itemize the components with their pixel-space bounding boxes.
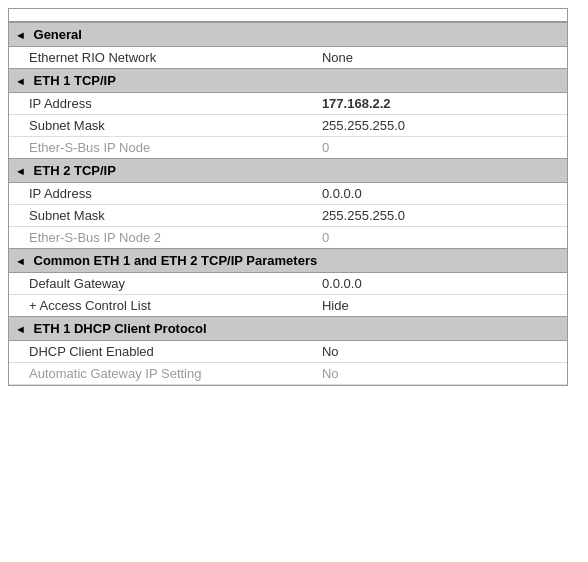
property-label: DHCP Client Enabled xyxy=(9,341,316,363)
property-value[interactable]: Hide xyxy=(316,295,567,317)
table-row: + Access Control List Hide xyxy=(9,295,567,317)
table-row: Ether-S-Bus IP Node 2 0 xyxy=(9,227,567,249)
property-value[interactable]: 255.255.255.0 xyxy=(316,205,567,227)
property-value: No xyxy=(316,363,567,385)
property-value: 0 xyxy=(316,227,567,249)
section-header-eth1-dhcp[interactable]: ◄ ETH 1 DHCP Client Protocol xyxy=(9,317,567,341)
section-label: ETH 1 DHCP Client Protocol xyxy=(34,321,207,336)
table-row: IP Address 177.168.2.2 xyxy=(9,93,567,115)
property-label: Ethernet RIO Network xyxy=(9,47,316,69)
table-row: IP Address 0.0.0.0 xyxy=(9,183,567,205)
property-value: 0 xyxy=(316,137,567,159)
table-row: Ether-S-Bus IP Node 0 xyxy=(9,137,567,159)
property-label: Default Gateway xyxy=(9,273,316,295)
property-label: IP Address xyxy=(9,183,316,205)
collapse-icon: ◄ xyxy=(15,255,26,267)
property-value[interactable]: 0.0.0.0 xyxy=(316,273,567,295)
property-label: Subnet Mask xyxy=(9,205,316,227)
table-row: DHCP Client Enabled No xyxy=(9,341,567,363)
property-label: Ether-S-Bus IP Node xyxy=(9,137,316,159)
section-header-eth1-tcpip[interactable]: ◄ ETH 1 TCP/IP xyxy=(9,69,567,93)
table-row: Subnet Mask 255.255.255.0 xyxy=(9,115,567,137)
section-header-eth2-tcpip[interactable]: ◄ ETH 2 TCP/IP xyxy=(9,159,567,183)
table-row: Automatic Gateway IP Setting No xyxy=(9,363,567,385)
collapse-icon: ◄ xyxy=(15,323,26,335)
property-value[interactable]: 0.0.0.0 xyxy=(316,183,567,205)
property-value[interactable]: 177.168.2.2 xyxy=(316,93,567,115)
collapse-icon: ◄ xyxy=(15,75,26,87)
panel-title xyxy=(9,9,567,22)
collapse-icon: ◄ xyxy=(15,165,26,177)
properties-panel: ◄ General Ethernet RIO Network None ◄ ET… xyxy=(8,8,568,386)
property-value[interactable]: None xyxy=(316,47,567,69)
property-label: Ether-S-Bus IP Node 2 xyxy=(9,227,316,249)
table-row: Default Gateway 0.0.0.0 xyxy=(9,273,567,295)
property-label: IP Address xyxy=(9,93,316,115)
property-label: Automatic Gateway IP Setting xyxy=(9,363,316,385)
property-value[interactable]: 255.255.255.0 xyxy=(316,115,567,137)
table-row: Ethernet RIO Network None xyxy=(9,47,567,69)
property-value[interactable]: No xyxy=(316,341,567,363)
collapse-icon: ◄ xyxy=(15,29,26,41)
section-header-common-eth[interactable]: ◄ Common ETH 1 and ETH 2 TCP/IP Paramete… xyxy=(9,249,567,273)
properties-table: ◄ General Ethernet RIO Network None ◄ ET… xyxy=(9,22,567,385)
section-header-general[interactable]: ◄ General xyxy=(9,23,567,47)
property-label: Subnet Mask xyxy=(9,115,316,137)
section-label: Common ETH 1 and ETH 2 TCP/IP Parameters xyxy=(34,253,318,268)
property-label: + Access Control List xyxy=(9,295,316,317)
section-label: ETH 2 TCP/IP xyxy=(34,163,116,178)
section-label: General xyxy=(34,27,82,42)
section-label: ETH 1 TCP/IP xyxy=(34,73,116,88)
table-row: Subnet Mask 255.255.255.0 xyxy=(9,205,567,227)
